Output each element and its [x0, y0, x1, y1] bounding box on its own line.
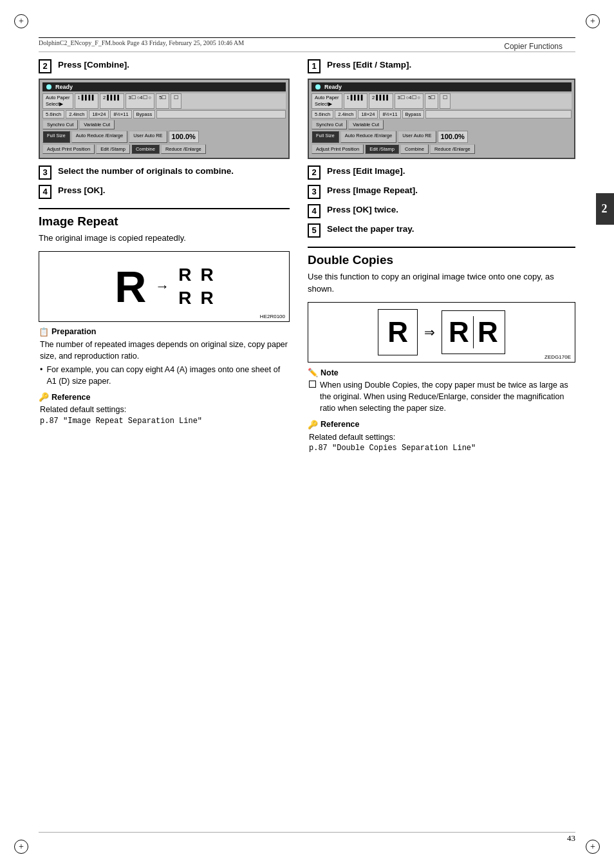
copier-adjust-right[interactable]: Adjust Print Position — [312, 144, 364, 154]
corner-mark-tr — [586, 14, 600, 28]
dc-r-right-2: R — [478, 316, 498, 348]
double-copies-title: Double Copies — [308, 253, 575, 267]
step2-block: 2 Press [Combine]. Ready Auto PaperSelec… — [39, 59, 290, 159]
copier-user-auto-right[interactable]: User Auto RE — [398, 131, 436, 142]
copier-row4-right: Adjust Print Position Edit /Stamp Combin… — [312, 144, 572, 154]
step2-text: Press [Combine]. — [58, 59, 129, 71]
reference-title-left: Reference — [51, 393, 90, 402]
preparation-icon: 📋 — [39, 327, 49, 337]
copier-reduce-left[interactable]: Reduce /Enlarge — [161, 144, 206, 154]
copier-size-2-right: 18×24 — [358, 110, 378, 119]
ready-dot-left — [46, 84, 51, 90]
copier-cell-5-left: 5☐ — [156, 93, 169, 109]
copier-edit-right[interactable]: Edit /Stamp — [365, 144, 399, 154]
right-tab: 2 — [596, 193, 614, 225]
r-step1-block: 1 Press [Edit / Stamp]. Ready Auto Paper… — [308, 59, 575, 159]
copier-reduce-right[interactable]: Reduce /Enlarge — [430, 144, 475, 154]
copier-combine-left[interactable]: Combine — [131, 144, 160, 154]
step2-header: 2 Press [Combine]. — [39, 59, 290, 73]
copier-spacer-left — [156, 110, 286, 119]
copier-variable-right[interactable]: Variable Cut — [348, 120, 384, 129]
copier-size-3-right: 8½×11 — [379, 110, 400, 119]
r-step3-num: 3 — [308, 185, 321, 199]
r-step4-block: 4 Press [OK] twice. — [308, 204, 575, 218]
note-body: When using Double Copies, the copy paper… — [308, 379, 575, 414]
copier-size-2-left: 18×24 — [89, 110, 109, 119]
copier-synchro-left[interactable]: Synchro Cut — [42, 120, 78, 129]
double-copies-divider — [308, 247, 575, 248]
reference-header-right: 🔑 Reference — [308, 420, 575, 429]
copier-cell-icon-right: ☐ — [440, 93, 451, 109]
image-repeat-body: The original image is copied repeatedly. — [39, 232, 290, 245]
copier-auto-re-right[interactable]: Auto Reduce /Enlarge — [340, 131, 396, 142]
r-step1-num: 1 — [308, 59, 321, 73]
copier-ui-left: Ready Auto PaperSelect▶ 1 ▌▌▌▌ 2 ▌▌▌▌ 3☐… — [39, 79, 290, 159]
note-icon: ✏️ — [308, 368, 318, 377]
step4-header: 4 Press [OK]. — [39, 185, 290, 199]
big-r-letter: R — [115, 265, 146, 308]
note-header: ✏️ Note — [308, 368, 575, 377]
corner-mark-br — [586, 840, 600, 854]
step3-header: 3 Select the number of originals to comb… — [39, 165, 290, 180]
note-item-1: When using Double Copies, the copy paper… — [309, 379, 575, 414]
ready-text-right: Ready — [324, 84, 342, 90]
note-checkbox-1 — [309, 381, 316, 388]
r-step2-header: 2 Press [Edit Image]. — [308, 165, 575, 180]
step4-text: Press [OK]. — [58, 185, 106, 196]
ready-text-left: Ready — [55, 84, 73, 90]
r-step2-block: 2 Press [Edit Image]. — [308, 165, 575, 180]
bullet-dot-1: • — [40, 364, 42, 387]
reference-block-left: 🔑 Reference Related default settings: p.… — [39, 392, 290, 427]
copier-row1b-right: 5.6inch 2.4inch 18×24 8½×11 Bypass — [312, 110, 572, 119]
corner-mark-tl — [14, 14, 28, 28]
image-repeat-label: HE2R0100 — [260, 314, 285, 319]
copier-size-3-left: 8½×11 — [110, 110, 131, 119]
copier-row2-left: Synchro Cut Variable Cut — [42, 120, 286, 129]
step3-text: Select the number of originals to combin… — [58, 165, 234, 177]
r-step2-num: 2 — [308, 165, 321, 180]
r-step3-header: 3 Press [Image Repeat]. — [308, 185, 575, 199]
copier-title-bar-right: Ready — [312, 82, 572, 91]
ready-dot-right — [315, 84, 321, 90]
copier-cell-3-left: 3☐ ○4☐ ○ — [126, 93, 155, 109]
header-title: Copier Functions — [504, 42, 563, 51]
copier-auto-re-left[interactable]: Auto Reduce /Enlarge — [71, 131, 127, 142]
r-step1-header: 1 Press [Edit / Stamp]. — [308, 59, 575, 73]
copier-row2-right: Synchro Cut Variable Cut — [312, 120, 572, 129]
copier-row1b-left: 5.6inch 2.4inch 18×24 8½×11 Bypass — [42, 110, 286, 119]
reference-link-left: p.87 "Image Repeat Separation Line" — [40, 416, 290, 427]
copier-adjust-left[interactable]: Adjust Print Position — [42, 144, 95, 154]
reference-icon-left: 🔑 — [39, 392, 49, 402]
note-block: ✏️ Note When using Double Copies, the co… — [308, 368, 575, 414]
dc-r-large: R — [387, 316, 408, 348]
step4-num: 4 — [39, 185, 51, 199]
step3-block: 3 Select the number of originals to comb… — [39, 165, 290, 180]
copier-user-auto-left[interactable]: User Auto RE — [129, 131, 167, 142]
r-step3-block: 3 Press [Image Repeat]. — [308, 185, 575, 199]
copier-fullsize-left[interactable]: Full Size — [42, 131, 70, 142]
r-step3-text: Press [Image Repeat]. — [327, 185, 418, 196]
copier-fullsize-right[interactable]: Full Size — [312, 131, 339, 142]
double-copies-body: Use this function to copy an original im… — [308, 271, 575, 296]
left-column: 2 Press [Combine]. Ready Auto PaperSelec… — [39, 59, 290, 829]
copier-combine-right[interactable]: Combine — [400, 144, 429, 154]
copier-variable-left[interactable]: Variable Cut — [79, 120, 115, 129]
preparation-text: The number of repeated images depends on… — [40, 340, 288, 361]
copier-cell-icon-left: ☐ — [171, 93, 181, 109]
copier-size-0-left: 5.6inch — [42, 110, 64, 119]
double-copies-illustration: R ⇒ R R ZEDG170E — [308, 302, 575, 363]
copier-percent-left: 100.0% — [169, 131, 199, 142]
preparation-block: 📋 Preparation The number of repeated ima… — [39, 327, 290, 388]
copier-cell-2-left: 2 ▌▌▌▌ — [100, 93, 124, 109]
copier-spacer-right — [425, 110, 572, 119]
note-title: Note — [321, 368, 339, 377]
dc-r-right-1: R — [449, 316, 469, 348]
copier-cell-2-right: 2 ▌▌▌▌ — [369, 93, 393, 109]
copier-synchro-right[interactable]: Synchro Cut — [312, 120, 347, 129]
copier-cell-3-right: 3☐ ○4☐ ○ — [395, 93, 424, 109]
page-number: 43 — [567, 833, 575, 844]
copier-size-0-right: 5.6inch — [312, 110, 333, 119]
r-step5-text: Select the paper tray. — [327, 223, 414, 235]
copier-ui-right: Ready Auto PaperSelect▶ 1 ▌▌▌▌ 2 ▌▌▌▌ 3☐… — [308, 79, 575, 159]
copier-edit-left[interactable]: Edit /Stamp — [96, 144, 130, 154]
